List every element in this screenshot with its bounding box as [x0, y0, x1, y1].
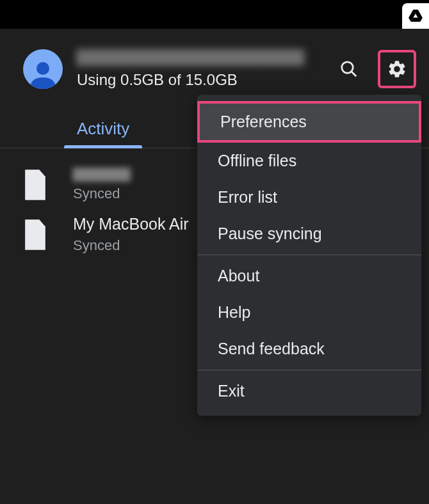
- drive-tab-icon[interactable]: [402, 3, 429, 29]
- header-actions: [333, 50, 416, 88]
- settings-dropdown: Preferences Offline files Error list Pau…: [197, 95, 421, 416]
- search-button[interactable]: [333, 53, 365, 85]
- account-email-blurred: [77, 49, 304, 66]
- gear-icon: [387, 59, 407, 79]
- header: Using 0.5GB of 15.0GB: [0, 29, 429, 98]
- menu-exit[interactable]: Exit: [197, 373, 421, 409]
- menu-help[interactable]: Help: [197, 294, 421, 331]
- account-info: Using 0.5GB of 15.0GB: [77, 49, 319, 89]
- top-bar: [0, 0, 429, 29]
- file-icon: [23, 219, 47, 250]
- svg-point-3: [36, 62, 49, 75]
- file-name-blurred: [73, 168, 131, 182]
- svg-line-5: [352, 72, 357, 77]
- svg-marker-2: [412, 18, 422, 21]
- drive-logo-icon: [409, 10, 423, 22]
- menu-error-list[interactable]: Error list: [197, 179, 421, 216]
- menu-pause-syncing[interactable]: Pause syncing: [197, 216, 421, 252]
- menu-preferences[interactable]: Preferences: [197, 101, 421, 143]
- storage-text: Using 0.5GB of 15.0GB: [77, 71, 319, 89]
- avatar[interactable]: [23, 49, 63, 89]
- menu-send-feedback[interactable]: Send feedback: [197, 331, 421, 367]
- settings-button[interactable]: [378, 50, 416, 88]
- svg-point-4: [342, 62, 353, 74]
- file-icon: [23, 169, 47, 200]
- menu-about[interactable]: About: [197, 258, 421, 294]
- menu-offline-files[interactable]: Offline files: [197, 143, 421, 179]
- search-icon: [339, 59, 359, 79]
- person-icon: [28, 58, 58, 89]
- tab-activity[interactable]: Activity: [64, 111, 142, 148]
